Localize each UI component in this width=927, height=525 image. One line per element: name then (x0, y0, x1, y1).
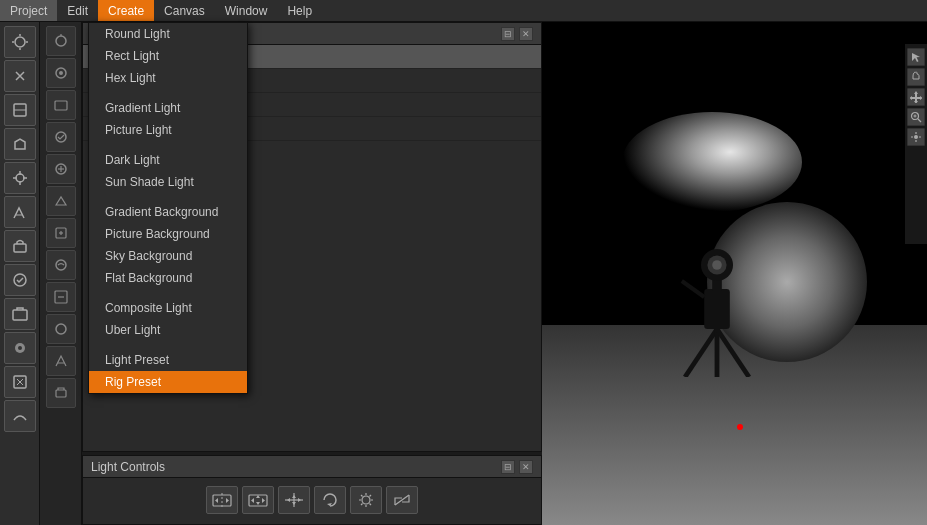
create-dropdown: Round Light Rect Light Hex Light Gradien… (88, 22, 248, 394)
toolbar-btn-9[interactable] (4, 298, 36, 330)
scene-background (542, 22, 927, 525)
ctrl-move-lr-btn[interactable] (206, 486, 238, 514)
sec-btn-3[interactable] (46, 90, 76, 120)
svg-line-63 (395, 495, 409, 505)
sec-btn-7[interactable] (46, 218, 76, 248)
sec-btn-2[interactable] (46, 58, 76, 88)
toolbar-btn-10[interactable] (4, 332, 36, 364)
svg-point-48 (712, 260, 722, 270)
toolbar-btn-2[interactable] (4, 60, 36, 92)
menubar: Project Edit Create Canvas Window Help (0, 0, 927, 22)
svg-rect-11 (13, 310, 27, 320)
vp-btn-settings[interactable] (907, 128, 925, 146)
toolbar-btn-3[interactable] (4, 94, 36, 126)
menu-gradient-background[interactable]: Gradient Background (89, 201, 247, 223)
viewport-toolbar (905, 44, 927, 244)
separator-1 (89, 89, 247, 97)
svg-line-44 (682, 281, 704, 297)
svg-point-29 (56, 260, 66, 270)
light-controls-title: Light Controls (91, 460, 165, 474)
menu-light-preset[interactable]: Light Preset (89, 349, 247, 371)
panel-close-btn[interactable]: ✕ (519, 27, 533, 41)
separator-4 (89, 289, 247, 297)
sec-btn-9[interactable] (46, 282, 76, 312)
light-glow (622, 112, 802, 212)
svg-point-7 (16, 174, 24, 182)
menu-picture-light[interactable]: Picture Light (89, 119, 247, 141)
vp-btn-select[interactable] (907, 48, 925, 66)
menu-uber-light[interactable]: Uber Light (89, 319, 247, 341)
light-controls-panel-controls: ⊟ ✕ (501, 460, 533, 474)
left-toolbar (0, 22, 40, 525)
svg-rect-21 (55, 101, 67, 110)
vp-btn-grab[interactable] (907, 68, 925, 86)
svg-line-36 (918, 119, 921, 122)
svg-rect-9 (14, 244, 26, 252)
menu-help[interactable]: Help (277, 0, 322, 21)
ctrl-crosshair-btn[interactable] (278, 486, 310, 514)
ctrl-brightness-btn[interactable] (350, 486, 382, 514)
sec-btn-1[interactable] (46, 26, 76, 56)
menu-round-light[interactable]: Round Light (89, 23, 247, 45)
sec-btn-4[interactable] (46, 122, 76, 152)
svg-point-0 (15, 37, 25, 47)
light-controls-close-btn[interactable]: ✕ (519, 460, 533, 474)
ctrl-move-h-btn[interactable] (242, 486, 274, 514)
panel-controls: ⊟ ✕ (501, 27, 533, 41)
sec-btn-11[interactable] (46, 346, 76, 376)
toolbar-btn-12[interactable] (4, 400, 36, 432)
vp-btn-zoom[interactable] (907, 108, 925, 126)
svg-point-20 (59, 71, 63, 75)
menu-picture-background[interactable]: Picture Background (89, 223, 247, 245)
menu-gradient-light[interactable]: Gradient Light (89, 97, 247, 119)
menu-sun-shade-light[interactable]: Sun Shade Light (89, 171, 247, 193)
sec-btn-10[interactable] (46, 314, 76, 344)
menu-rect-light[interactable]: Rect Light (89, 45, 247, 67)
light-controls-minimize-btn[interactable]: ⊟ (501, 460, 515, 474)
svg-rect-43 (704, 289, 730, 329)
menu-sky-background[interactable]: Sky Background (89, 245, 247, 267)
menu-canvas[interactable]: Canvas (154, 0, 215, 21)
menu-rig-preset[interactable]: Rig Preset (89, 371, 247, 393)
menu-create[interactable]: Create (98, 0, 154, 21)
red-dot (737, 424, 743, 430)
toolbar-btn-7[interactable] (4, 230, 36, 262)
secondary-toolbar (40, 22, 82, 525)
svg-point-13 (18, 346, 22, 350)
separator-2 (89, 141, 247, 149)
controls-buttons-row (83, 478, 541, 522)
light-controls-titlebar: Light Controls ⊟ ✕ (83, 456, 541, 478)
toolbar-btn-5[interactable] (4, 162, 36, 194)
menu-flat-background[interactable]: Flat Background (89, 267, 247, 289)
svg-point-54 (362, 496, 370, 504)
menu-project[interactable]: Project (0, 0, 57, 21)
separator-3 (89, 193, 247, 201)
svg-point-17 (56, 36, 66, 46)
vp-btn-move[interactable] (907, 88, 925, 106)
sec-btn-5[interactable] (46, 154, 76, 184)
canvas-area[interactable]: Canvas (542, 22, 927, 525)
robot-figure (667, 217, 767, 377)
ctrl-scale-btn[interactable] (386, 486, 418, 514)
svg-rect-34 (56, 390, 66, 397)
toolbar-btn-1[interactable] (4, 26, 36, 58)
panel-minimize-btn[interactable]: ⊟ (501, 27, 515, 41)
menu-edit[interactable]: Edit (57, 0, 98, 21)
toolbar-btn-4[interactable] (4, 128, 36, 160)
menu-hex-light[interactable]: Hex Light (89, 67, 247, 89)
menu-dark-light[interactable]: Dark Light (89, 149, 247, 171)
toolbar-btn-6[interactable] (4, 196, 36, 228)
toolbar-btn-11[interactable] (4, 366, 36, 398)
ctrl-rotate-btn[interactable] (314, 486, 346, 514)
menu-window[interactable]: Window (215, 0, 278, 21)
svg-point-32 (56, 324, 66, 334)
toolbar-btn-8[interactable] (4, 264, 36, 296)
svg-line-42 (717, 329, 749, 377)
sec-btn-12[interactable] (46, 378, 76, 408)
sec-btn-8[interactable] (46, 250, 76, 280)
menu-composite-light[interactable]: Composite Light (89, 297, 247, 319)
svg-point-22 (56, 132, 66, 142)
separator-5 (89, 341, 247, 349)
light-controls-panel: Light Controls ⊟ ✕ (82, 455, 542, 525)
sec-btn-6[interactable] (46, 186, 76, 216)
